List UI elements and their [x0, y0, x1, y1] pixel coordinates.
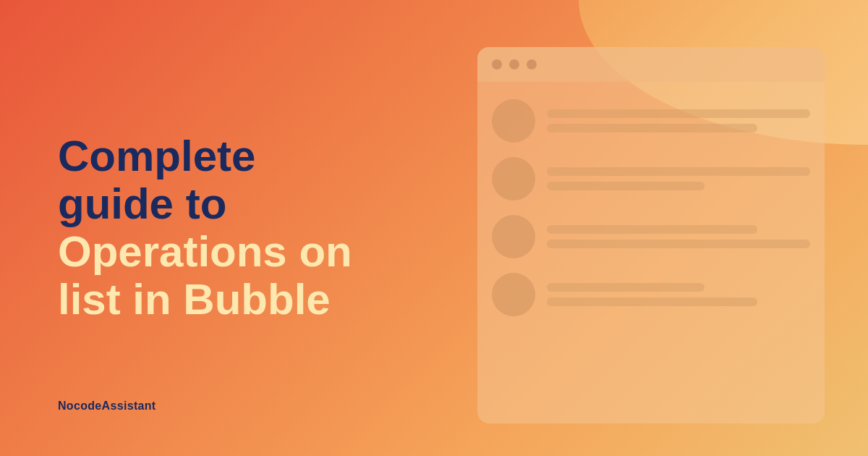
- title-line2: guide to: [58, 180, 434, 228]
- list-row: [492, 215, 810, 258]
- window-dot-3: [527, 59, 537, 69]
- row-lines: [547, 225, 810, 248]
- title-line3: Operations on: [58, 228, 434, 276]
- row-lines: [547, 167, 810, 190]
- title-line4: list in Bubble: [58, 276, 434, 324]
- avatar-circle: [492, 99, 535, 143]
- page-background: Complete guide to Operations on list in …: [0, 0, 868, 456]
- content-area: Complete guide to Operations on list in …: [0, 0, 868, 456]
- window-dot-2: [509, 59, 519, 69]
- title-line1: Complete: [58, 132, 434, 180]
- text-line: [547, 109, 810, 118]
- avatar-circle: [492, 273, 535, 316]
- avatar-circle: [492, 157, 535, 200]
- text-section: Complete guide to Operations on list in …: [58, 132, 434, 324]
- window-titlebar: [477, 47, 825, 82]
- brand-name: NocodeAssistant: [58, 400, 156, 413]
- text-line: [547, 124, 757, 132]
- text-line: [547, 225, 757, 234]
- mockup-section: [434, 33, 810, 423]
- avatar-circle: [492, 215, 535, 258]
- window-mockup: [477, 47, 825, 423]
- list-row: [492, 157, 810, 200]
- text-line: [547, 297, 757, 306]
- window-body: [477, 82, 825, 334]
- row-lines: [547, 283, 810, 306]
- text-line: [547, 182, 705, 190]
- text-line: [547, 283, 705, 292]
- list-row: [492, 273, 810, 316]
- list-row: [492, 99, 810, 143]
- text-line: [547, 167, 810, 176]
- row-lines: [547, 109, 810, 132]
- text-line: [547, 240, 810, 248]
- window-dot-1: [492, 59, 502, 69]
